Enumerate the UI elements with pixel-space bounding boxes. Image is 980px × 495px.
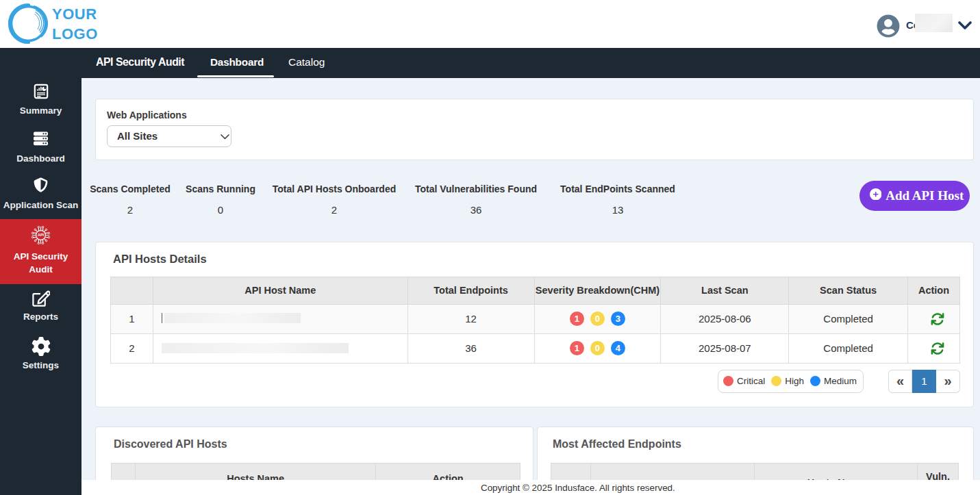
svg-text:API: API [38,233,45,237]
